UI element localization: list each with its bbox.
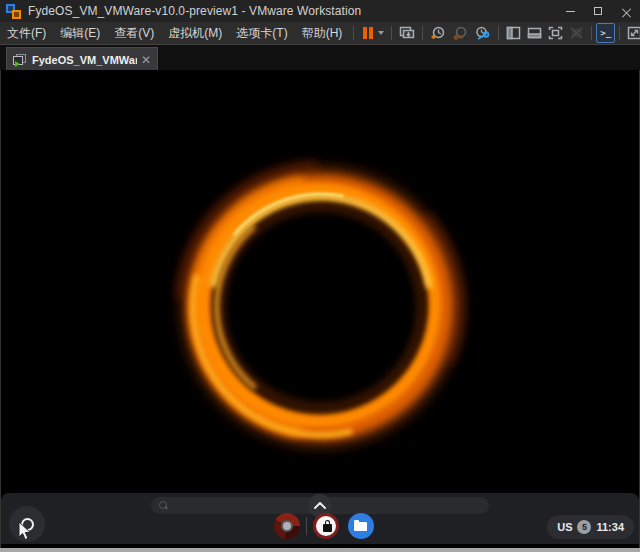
fit-guest-button[interactable]: [624, 23, 640, 43]
mouse-cursor: [18, 521, 33, 542]
suspend-pause-icon: [361, 26, 375, 40]
maximize-icon: [594, 7, 602, 15]
appstore-app-button[interactable]: [313, 513, 339, 539]
snapshot-manager-button[interactable]: [471, 23, 494, 43]
window-controls: [556, 0, 640, 22]
minimize-icon: [566, 11, 575, 12]
shelf-app-row: [274, 513, 374, 539]
folder-icon: [354, 522, 367, 531]
vm-running-icon: [13, 54, 27, 66]
search-icon: [159, 501, 168, 510]
take-snapshot-button[interactable]: [427, 23, 449, 43]
fullscreen-button[interactable]: [545, 23, 566, 43]
unity-mode-icon: [569, 26, 584, 40]
console-view-button[interactable]: >_: [596, 23, 615, 43]
vm-display[interactable]: US 5 11:34: [1, 70, 639, 548]
window-title: FydeOS_VM_VMWare-v10.0-preview1 - VMware…: [28, 4, 361, 18]
chevron-up-icon: [314, 502, 326, 509]
library-toggle-button[interactable]: [503, 23, 524, 43]
revert-snapshot-button[interactable]: [449, 23, 471, 43]
menu-toolbar-row: 文件(F) 编辑(E) 查看(V) 虚拟机(M) 选项卡(T) 帮助(H): [0, 22, 640, 44]
library-panel-icon: [506, 26, 521, 40]
tab-title: FydeOS_VM_VMWare-v10.0...: [32, 54, 137, 66]
toolbar-separator: [353, 26, 354, 40]
suspend-button[interactable]: [358, 23, 387, 43]
boot-animation-ring: [148, 132, 494, 482]
close-icon: [622, 7, 631, 16]
notification-count-badge: 5: [577, 520, 591, 534]
unity-mode-button[interactable]: [566, 23, 587, 43]
browser-app-button[interactable]: [274, 513, 300, 539]
vm-tab[interactable]: FydeOS_VM_VMWare-v10.0... ✕: [6, 47, 158, 71]
send-ctrl-alt-del-icon: [399, 26, 415, 40]
menu-view[interactable]: 查看(V): [107, 22, 161, 44]
snapshot-manager-icon: [474, 26, 491, 41]
toolbar-separator: [591, 26, 592, 40]
thumbnail-bar-icon: [527, 26, 542, 40]
take-snapshot-icon: [430, 26, 446, 41]
menu-vm[interactable]: 虚拟机(M): [161, 22, 229, 44]
toolbar-separator: [422, 26, 423, 40]
revert-snapshot-icon: [452, 26, 468, 41]
menu-edit[interactable]: 编辑(E): [53, 22, 107, 44]
send-ctrl-alt-del-button[interactable]: [396, 23, 418, 43]
toolbar-separator: [391, 26, 392, 40]
toolbar-separator: [498, 26, 499, 40]
window-bottom-edge: [0, 548, 640, 552]
menu-tabs[interactable]: 选项卡(T): [229, 22, 294, 44]
fydeos-shelf: US 5 11:34: [1, 493, 639, 544]
menu-help[interactable]: 帮助(H): [295, 22, 350, 44]
fit-guest-icon: [627, 26, 640, 40]
tab-strip: FydeOS_VM_VMWare-v10.0... ✕: [0, 44, 640, 70]
status-tray[interactable]: US 5 11:34: [547, 515, 634, 539]
console-view-icon: >_: [600, 29, 611, 38]
fullscreen-icon: [548, 26, 563, 40]
vmware-logo-icon: [6, 4, 21, 19]
minimize-button[interactable]: [556, 0, 584, 22]
shelf-divider: [306, 517, 307, 535]
title-bar: FydeOS_VM_VMWare-v10.0-preview1 - VMware…: [0, 0, 640, 22]
close-button[interactable]: [612, 0, 640, 22]
menu-file[interactable]: 文件(F): [0, 22, 53, 44]
clock: 11:34: [596, 521, 624, 533]
browser-icon: [281, 520, 293, 532]
vmware-window: FydeOS_VM_VMWare-v10.0-preview1 - VMware…: [0, 0, 640, 552]
files-app-button[interactable]: [348, 513, 374, 539]
keyboard-layout-indicator: US: [557, 521, 572, 533]
tab-close-button[interactable]: ✕: [141, 54, 151, 66]
thumbnail-bar-toggle-button[interactable]: [524, 23, 545, 43]
toolbar-separator: [619, 26, 620, 40]
maximize-button[interactable]: [584, 0, 612, 22]
chevron-down-icon: [378, 31, 384, 35]
